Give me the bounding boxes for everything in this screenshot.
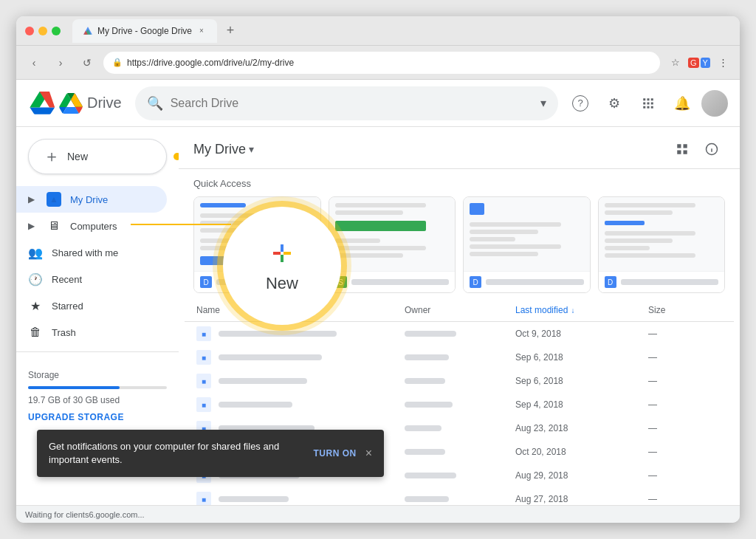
table-row[interactable]: ■ Sep 6, 2018 —: [185, 346, 734, 369]
forward-button[interactable]: ›: [50, 52, 71, 73]
storage-bar-fill: [28, 386, 120, 389]
file-name-cell: ■: [196, 350, 405, 365]
search-icon: 🔍: [147, 95, 163, 111]
quick-card-3[interactable]: D: [463, 196, 591, 293]
drive-search-bar[interactable]: 🔍 ▾: [135, 86, 558, 120]
new-button[interactable]: ＋ New: [28, 139, 167, 174]
svg-rect-12: [677, 144, 681, 148]
quick-card-4[interactable]: D: [598, 196, 726, 293]
file-icon: ■: [196, 326, 211, 341]
browser-titlebar: My Drive - Google Drive × +: [16, 16, 740, 46]
bookmark-icon[interactable]: ☆: [666, 53, 685, 72]
drive-logo-svg: [59, 93, 83, 114]
sort-by-size[interactable]: Size: [648, 305, 722, 315]
file-size: —: [648, 376, 722, 386]
address-bar[interactable]: 🔒 https://drive.google.com/drive/u/2/my-…: [103, 52, 660, 74]
tab-active[interactable]: My Drive - Google Drive ×: [72, 19, 217, 43]
extensions-area[interactable]: G Y: [690, 53, 709, 72]
sidebar-item-computers[interactable]: ▶ 🖥 Computers: [16, 213, 167, 239]
refresh-button[interactable]: ↺: [77, 52, 97, 73]
table-row[interactable]: ■ Sep 4, 2018 —: [185, 393, 734, 416]
file-owner: [405, 378, 515, 384]
avatar[interactable]: [701, 90, 728, 117]
breadcrumb-text: My Drive: [193, 142, 246, 157]
quick-card-preview-4: [599, 197, 725, 271]
status-text: Waiting for clients6.google.com...: [25, 510, 145, 519]
tab-close-button[interactable]: ×: [196, 26, 207, 36]
sidebar-item-starred[interactable]: ★ Starred: [16, 292, 167, 319]
search-dropdown-icon[interactable]: ▾: [540, 96, 546, 110]
file-name-cell: ■: [196, 397, 405, 412]
svg-rect-15: [684, 151, 687, 154]
file-date: Aug 23, 2018: [515, 423, 648, 433]
svg-rect-22: [281, 255, 284, 262]
grid-view-button[interactable]: [669, 136, 695, 162]
svg-rect-10: [647, 106, 650, 108]
drive-app: Drive 🔍 ▾ ? ⚙ 🔔: [16, 80, 740, 505]
file-size: —: [648, 399, 722, 410]
file-icon-3: D: [470, 276, 481, 288]
svg-rect-23: [284, 252, 291, 255]
search-input[interactable]: [171, 97, 533, 110]
file-owner: [405, 354, 515, 360]
svg-rect-3: [643, 98, 645, 100]
table-row[interactable]: ■ Aug 27, 2018 —: [185, 487, 734, 505]
close-window-button[interactable]: [25, 27, 34, 35]
info-button[interactable]: [698, 136, 725, 162]
new-tab-button[interactable]: +: [221, 22, 239, 40]
sort-by-modified[interactable]: Last modified ↓: [515, 305, 648, 315]
breadcrumb-dropdown-icon[interactable]: ▾: [249, 143, 254, 155]
apps-button[interactable]: [633, 89, 663, 118]
file-size: —: [648, 329, 722, 339]
sidebar-item-shared[interactable]: 👥 Shared with me: [16, 239, 167, 266]
notification-close-button[interactable]: ×: [365, 447, 372, 460]
notification-bar: Get notifications on your computer for s…: [37, 430, 384, 477]
trash-icon: 🗑: [28, 325, 43, 340]
card-name-4: [621, 279, 719, 285]
file-owner: [405, 496, 515, 502]
file-date: Aug 27, 2018: [515, 494, 648, 504]
table-row[interactable]: ■ Sep 6, 2018 —: [185, 369, 734, 393]
file-name-text: [219, 378, 307, 384]
my-drive-icon: ▲: [47, 192, 61, 207]
expand-icon: ▶: [28, 194, 35, 205]
svg-rect-11: [651, 106, 653, 108]
settings-button[interactable]: ⚙: [599, 89, 629, 118]
sort-by-owner[interactable]: Owner: [405, 305, 515, 315]
new-button-indicator-line: [131, 224, 231, 225]
svg-rect-7: [647, 102, 650, 104]
back-button[interactable]: ‹: [24, 52, 44, 73]
maximize-window-button[interactable]: [52, 27, 61, 35]
breadcrumb[interactable]: My Drive ▾: [193, 142, 254, 157]
quick-card-2[interactable]: S: [329, 196, 456, 293]
table-row[interactable]: ■ Oct 9, 2018 —: [185, 322, 734, 346]
sidebar-item-recent[interactable]: 🕐 Recent: [16, 266, 167, 292]
help-button[interactable]: ?: [566, 89, 595, 118]
file-name-cell: ■: [196, 374, 405, 388]
computers-icon: 🖥: [47, 219, 61, 233]
file-icon: ■: [196, 397, 211, 412]
minimize-window-button[interactable]: [38, 27, 47, 35]
notification-actions: TURN ON ×: [313, 447, 372, 460]
file-name-cell: ■: [196, 326, 405, 341]
menu-icon[interactable]: ⋮: [713, 53, 732, 72]
shared-icon: 👥: [28, 245, 43, 260]
svg-rect-8: [651, 102, 653, 104]
sidebar-item-my-drive[interactable]: ▶ ▲ My Drive: [16, 186, 167, 213]
new-popup-plus-icon: [267, 238, 297, 268]
quick-card-preview-3: [464, 197, 590, 271]
svg-rect-6: [643, 102, 645, 104]
file-owner: [405, 473, 515, 478]
file-icon: ■: [196, 492, 211, 505]
upgrade-storage-link[interactable]: UPGRADE STORAGE: [28, 412, 124, 422]
header-actions: ? ⚙ 🔔: [566, 89, 728, 118]
quick-access-title: Quick Access: [193, 178, 725, 189]
sidebar-item-trash[interactable]: 🗑 Trash: [16, 319, 167, 346]
file-name-cell: ■: [196, 492, 405, 505]
turn-on-button[interactable]: TURN ON: [313, 448, 356, 459]
file-name-text: [219, 331, 337, 337]
sidebar-item-starred-label: Starred: [52, 301, 83, 312]
new-popup[interactable]: New: [223, 207, 341, 325]
notifications-button[interactable]: 🔔: [667, 89, 697, 118]
file-icon: ■: [196, 350, 211, 365]
